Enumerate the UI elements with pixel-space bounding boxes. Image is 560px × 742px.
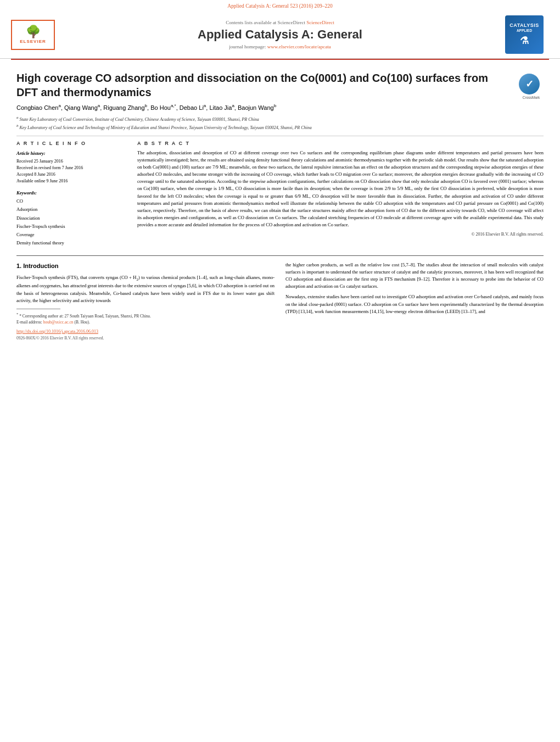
- kw-fts: Fischer-Tropsch synthesis: [16, 222, 126, 231]
- author-riguang: Riguang Zhangb: [103, 104, 147, 111]
- sciencedirect-line: Contents lists available at ScienceDirec…: [66, 20, 494, 25]
- intro-p1: Fischer-Tropsch synthesis (FTS), that co…: [16, 274, 275, 304]
- affiliations: a State Key Laboratory of Coal Conversio…: [16, 115, 544, 131]
- author-congbiao: Congbiao Chena: [16, 104, 61, 111]
- keywords-label: Keywords:: [16, 190, 126, 196]
- homepage-url[interactable]: www.elsevier.com/locate/apcata: [267, 44, 331, 49]
- author-baojun: Baojun Wangb: [238, 104, 276, 111]
- received-date: Received 25 January 2016: [16, 158, 126, 165]
- and-word: and: [478, 309, 485, 314]
- kw-adsorption: Adsorption: [16, 205, 126, 214]
- email-link[interactable]: houb@sxicc.ac.cn: [43, 320, 74, 325]
- elsevier-brand: ELSEVIER: [20, 39, 46, 44]
- paper-body: High coverage CO adsorption and dissocia…: [0, 60, 560, 353]
- abstract-label: A B S T R A C T: [137, 141, 544, 146]
- abstract-section: A B S T R A C T The adsorption, dissocia…: [137, 141, 544, 248]
- footnote-divider: [16, 309, 60, 309]
- citation-bar: Applied Catalysis A: General 523 (2016) …: [0, 0, 560, 11]
- catalysis-icon: ⚗: [520, 35, 529, 47]
- title-section: High coverage CO adsorption and dissocia…: [16, 71, 544, 99]
- footnote-corresponding: * * Corresponding author at: 27 South Ta…: [16, 311, 275, 325]
- journal-title: Applied Catalysis A: General: [66, 27, 494, 42]
- article-history: Article history: Received 25 January 201…: [16, 149, 126, 185]
- intro-p2: the higher carbon products, as well as t…: [285, 261, 544, 291]
- homepage-line: journal homepage: www.elsevier.com/locat…: [66, 44, 494, 49]
- sciencedirect-link[interactable]: ScienceDirect: [306, 20, 334, 25]
- crossmark-container: ✓ CrossMark: [519, 74, 544, 99]
- author-debao: Debao Lia: [180, 104, 206, 111]
- author-litao: Litao Jiaa: [209, 104, 234, 111]
- intro-col-left: 1. Introduction Fischer-Tropsch synthesi…: [16, 261, 275, 342]
- keywords-list: CO Adsorption Dissociation Fischer-Trops…: [16, 197, 126, 248]
- catalysis-logo: CATALYSIS APPLIED ⚗: [505, 15, 544, 54]
- intro-p3: Nowadays, extensive studies have been ca…: [285, 293, 544, 315]
- crossmark-label: CrossMark: [519, 96, 544, 99]
- available-date: Available online 9 June 2016: [16, 178, 126, 185]
- kw-dissociation: Dissociation: [16, 214, 126, 222]
- journal-center: Contents lists available at ScienceDirec…: [55, 20, 505, 49]
- email-label: E-mail address:: [16, 320, 42, 325]
- accepted-date: Accepted 8 June 2016: [16, 171, 126, 178]
- section-divider: [16, 255, 544, 256]
- affil-b: b Key Laboratory of Coal Science and Tec…: [16, 123, 544, 131]
- author-bo: Bo Houa,*: [150, 104, 176, 111]
- abstract-text: The adsorption, dissociation and desorpt…: [137, 149, 544, 229]
- authors-line: Congbiao Chena, Qiang Wanga, Riguang Zha…: [16, 103, 544, 113]
- journal-header: 🌳 ELSEVIER Contents lists available at S…: [0, 11, 560, 59]
- elsevier-logo: 🌳 ELSEVIER: [11, 20, 55, 50]
- info-abstract-columns: A R T I C L E I N F O Article history: R…: [16, 141, 544, 248]
- history-label: Article history:: [16, 149, 126, 157]
- kw-dft: Density functional theory: [16, 239, 126, 247]
- tree-icon: 🌳: [26, 26, 41, 38]
- introduction-section: 1. Introduction Fischer-Tropsch synthesi…: [16, 261, 544, 342]
- paper-title: High coverage CO adsorption and dissocia…: [16, 71, 511, 99]
- keywords-section: Keywords: CO Adsorption Dissociation Fis…: [16, 190, 126, 248]
- section-heading: 1. Introduction: [16, 261, 275, 271]
- article-info-panel: A R T I C L E I N F O Article history: R…: [16, 141, 126, 248]
- kw-co: CO: [16, 197, 126, 205]
- citation-text: Applied Catalysis A: General 523 (2016) …: [227, 3, 333, 9]
- copyright-line: © 2016 Elsevier B.V. All rights reserved…: [137, 232, 544, 237]
- email-name: (B. Hou).: [74, 320, 90, 325]
- revised-date: Received in revised form 7 June 2016: [16, 165, 126, 171]
- article-info-label: A R T I C L E I N F O: [16, 141, 126, 146]
- crossmark-icon: ✓: [519, 74, 540, 94]
- kw-coverage: Coverage: [16, 231, 126, 239]
- affil-a: a State Key Laboratory of Coal Conversio…: [16, 115, 544, 123]
- issn-text: 0926-860X/© 2016 Elsevier B.V. All right…: [16, 335, 275, 342]
- intro-col-right: the higher carbon products, as well as t…: [285, 261, 544, 342]
- thin-divider: [16, 136, 544, 136]
- doi-link[interactable]: http://dx.doi.org/10.1016/j.apcata.2016.…: [16, 328, 275, 335]
- author-qiang: Qiang Wanga: [64, 104, 100, 111]
